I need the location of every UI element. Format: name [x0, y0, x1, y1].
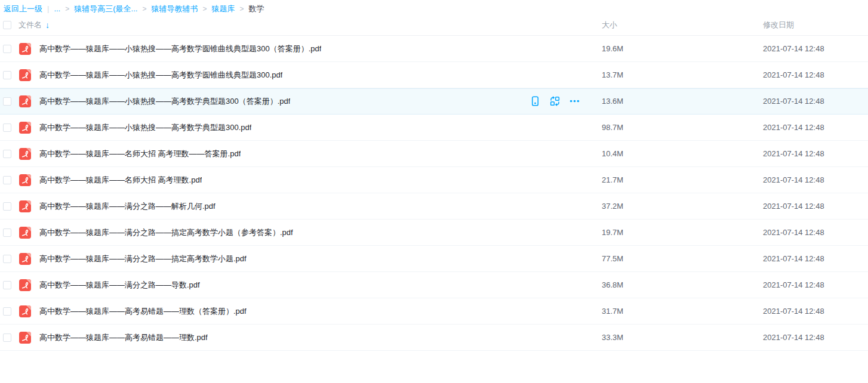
table-header: 文件名 ↓ 大小 修改日期: [0, 14, 868, 36]
file-size: 10.4M: [602, 149, 763, 158]
table-row[interactable]: 高中数学——猿题库——名师大招 高考理数——答案册.pdf: [0, 141, 868, 167]
file-modified-date: 2021-07-14 12:48: [763, 333, 868, 342]
file-list: 高中数学——猿题库——小猿热搜——高考数学圆锥曲线典型题300（答案册）.pdf: [0, 36, 868, 351]
pdf-file-icon: [19, 174, 32, 187]
file-size: 33.3M: [602, 333, 763, 342]
file-modified-date: 2021-07-14 12:48: [763, 202, 868, 211]
breadcrumb: 返回上一级 | ... > 猿辅导高三(最全... > 猿辅导教辅书 > 猿题库…: [0, 0, 868, 14]
file-name-link[interactable]: 高中数学——猿题库——满分之路——解析几何.pdf: [39, 201, 216, 212]
file-modified-date: 2021-07-14 12:48: [763, 307, 868, 316]
file-modified-date: 2021-07-14 12:48: [763, 149, 868, 158]
breadcrumb-separator: >: [142, 5, 146, 13]
file-name-link[interactable]: 高中数学——猿题库——满分之路——搞定高考数学小题.pdf: [39, 254, 247, 264]
pdf-file-icon: [19, 279, 32, 292]
breadcrumb-separator: >: [65, 5, 69, 13]
file-modified-date: 2021-07-14 12:48: [763, 228, 868, 237]
breadcrumb-separator: >: [202, 5, 207, 13]
row-checkbox[interactable]: [3, 202, 11, 211]
file-modified-date: 2021-07-14 12:48: [763, 97, 868, 106]
table-row[interactable]: 高中数学——猿题库——满分之路——导数.pdf: [0, 272, 868, 298]
file-size: 13.7M: [602, 70, 763, 79]
file-modified-date: 2021-07-14 12:48: [763, 123, 868, 132]
file-size: 21.7M: [602, 175, 763, 184]
file-modified-date: 2021-07-14 12:48: [763, 175, 868, 184]
column-header-filename[interactable]: 文件名 ↓: [19, 20, 602, 30]
row-checkbox[interactable]: [3, 281, 11, 289]
select-all-checkbox[interactable]: [3, 21, 11, 29]
row-checkbox[interactable]: [3, 71, 11, 79]
file-name-link[interactable]: 高中数学——猿题库——小猿热搜——高考数学典型题300（答案册）.pdf: [39, 96, 290, 107]
file-name-link[interactable]: 高中数学——猿题库——满分之路——搞定高考数学小题（参考答案）.pdf: [39, 227, 293, 238]
pdf-file-icon: [19, 252, 32, 265]
pdf-file-icon: [19, 69, 32, 82]
row-checkbox[interactable]: [3, 333, 11, 342]
file-size: 36.8M: [602, 280, 763, 289]
breadcrumb-current-folder: 数学: [248, 4, 264, 14]
row-hover-actions: [530, 95, 592, 107]
file-modified-date: 2021-07-14 12:48: [763, 70, 868, 79]
table-row[interactable]: 高中数学——猿题库——高考易错题——理数（答案册）.pdf: [0, 298, 868, 325]
breadcrumb-separator: >: [239, 5, 244, 13]
breadcrumb-item-bank[interactable]: 猿题库: [211, 4, 235, 14]
column-header-size[interactable]: 大小: [602, 20, 763, 30]
more-icon[interactable]: [569, 95, 580, 107]
table-row[interactable]: 高中数学——猿题库——名师大招 高考理数.pdf: [0, 167, 868, 193]
row-checkbox[interactable]: [3, 307, 11, 316]
file-name-link[interactable]: 高中数学——猿题库——高考易错题——理数.pdf: [39, 332, 208, 343]
table-row[interactable]: 高中数学——猿题库——小猿热搜——高考数学典型题300（答案册）.pdf: [0, 88, 868, 115]
row-checkbox[interactable]: [3, 97, 11, 106]
row-checkbox[interactable]: [3, 45, 11, 53]
table-row[interactable]: 高中数学——猿题库——满分之路——解析几何.pdf: [0, 193, 868, 220]
row-checkbox[interactable]: [3, 176, 11, 184]
file-size: 98.7M: [602, 123, 763, 132]
file-size: 31.7M: [602, 307, 763, 316]
table-row[interactable]: 高中数学——猿题库——小猿热搜——高考数学圆锥曲线典型题300.pdf: [0, 62, 868, 88]
file-name-link[interactable]: 高中数学——猿题库——名师大招 高考理数——答案册.pdf: [39, 149, 241, 159]
file-modified-date: 2021-07-14 12:48: [763, 254, 868, 263]
file-name-link[interactable]: 高中数学——猿题库——满分之路——导数.pdf: [39, 280, 200, 291]
breadcrumb-item-grade[interactable]: 猿辅导高三(最全...: [74, 4, 137, 14]
table-row[interactable]: 高中数学——猿题库——小猿热搜——高考数学典型题300.pdf: [0, 115, 868, 141]
file-name-link[interactable]: 高中数学——猿题库——高考易错题——理数（答案册）.pdf: [39, 306, 247, 317]
file-size: 37.2M: [602, 202, 763, 211]
row-checkbox[interactable]: [3, 228, 11, 237]
table-row[interactable]: 高中数学——猿题库——小猿热搜——高考数学圆锥曲线典型题300（答案册）.pdf: [0, 36, 868, 62]
file-size: 77.5M: [602, 254, 763, 263]
file-size: 19.6M: [602, 44, 763, 53]
file-size: 13.6M: [602, 97, 763, 106]
pdf-file-icon: [19, 200, 32, 213]
file-modified-date: 2021-07-14 12:48: [763, 44, 868, 53]
file-name-link[interactable]: 高中数学——猿题库——小猿热搜——高考数学圆锥曲线典型题300.pdf: [39, 70, 282, 81]
file-modified-date: 2021-07-14 12:48: [763, 280, 868, 289]
file-name-link[interactable]: 高中数学——猿题库——小猿热搜——高考数学圆锥曲线典型题300（答案册）.pdf: [39, 44, 321, 54]
file-size: 19.7M: [602, 228, 763, 237]
table-row[interactable]: 高中数学——猿题库——满分之路——搞定高考数学小题.pdf: [0, 246, 868, 272]
row-checkbox[interactable]: [3, 123, 11, 132]
breadcrumb-bar-separator: |: [47, 4, 49, 13]
table-row[interactable]: 高中数学——猿题库——高考易错题——理数.pdf: [0, 325, 868, 351]
pdf-file-icon: [19, 331, 32, 344]
pdf-file-icon: [19, 226, 32, 239]
pdf-file-icon: [19, 42, 32, 55]
transfer-icon[interactable]: [549, 95, 561, 107]
column-header-modified[interactable]: 修改日期: [763, 20, 868, 30]
breadcrumb-item-books[interactable]: 猿辅导教辅书: [151, 4, 198, 14]
pdf-file-icon: [19, 121, 32, 134]
row-checkbox[interactable]: [3, 150, 11, 158]
row-checkbox[interactable]: [3, 255, 11, 263]
table-row[interactable]: 高中数学——猿题库——满分之路——搞定高考数学小题（参考答案）.pdf: [0, 220, 868, 246]
pdf-file-icon: [19, 95, 32, 108]
file-name-link[interactable]: 高中数学——猿题库——名师大招 高考理数.pdf: [39, 175, 202, 186]
back-to-parent-link[interactable]: 返回上一级: [4, 4, 42, 14]
breadcrumb-collapsed-link[interactable]: ...: [54, 4, 60, 13]
pdf-file-icon: [19, 305, 32, 318]
sort-descending-icon[interactable]: ↓: [45, 21, 50, 29]
file-name-link[interactable]: 高中数学——猿题库——小猿热搜——高考数学典型题300.pdf: [39, 122, 251, 133]
pdf-file-icon: [19, 147, 32, 160]
send-to-phone-icon[interactable]: [530, 95, 541, 107]
